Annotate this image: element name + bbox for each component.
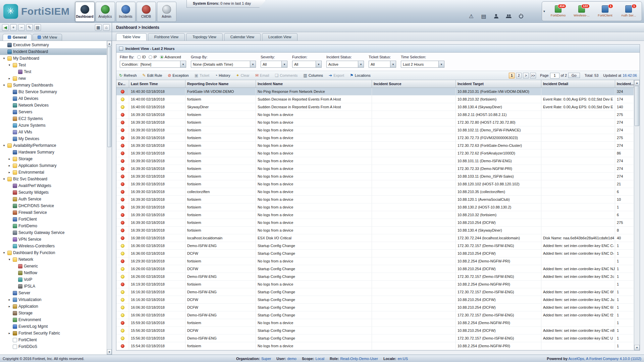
incident-row[interactable]: 16:39:30 02/18/2018fortisiemNo logs from… <box>116 142 634 149</box>
page-button-1[interactable]: 1 <box>509 73 515 78</box>
chevron-down-icon[interactable]: ▾ <box>2 83 6 87</box>
layers-icon[interactable]: ▤ <box>34 24 41 31</box>
incident-row[interactable]: 16:39:30 02/18/2018fortisiemNo logs from… <box>116 196 634 203</box>
incident-row[interactable]: 16:19:30 02/18/2018fortisiemNo logs from… <box>116 281 634 288</box>
sidebar-item-avail-perf-widgets[interactable]: Avail/Perf Widgets <box>0 182 112 189</box>
sidebar-item-forticlient[interactable]: FortiClient <box>0 337 112 343</box>
chevron-down-icon[interactable]: ▾ <box>2 177 6 181</box>
chevron-right-icon[interactable]: ▸ <box>7 305 11 308</box>
scroll-down-icon[interactable]: ▼ <box>107 349 112 355</box>
page-button-next[interactable]: > <box>523 73 529 78</box>
chevron-right-icon[interactable]: ▸ <box>7 157 11 161</box>
incident-row[interactable]: 16:39:30 02/18/2018fortisiemNo logs from… <box>116 203 634 211</box>
table-scrollbar[interactable]: ▲ ▼ <box>634 80 640 350</box>
incident-row[interactable]: 16:06:30 02/18/2018Demo-ISFW-ENGStartup … <box>116 311 634 319</box>
sidebar-item-executive-summary[interactable]: Executive Summary <box>0 42 112 48</box>
incident-row[interactable]: 16:40:00 02/18/2018fortisiemSudden Decre… <box>116 96 634 103</box>
incident-row[interactable]: 16:39:30 02/18/2018fortisiemNo logs from… <box>116 119 634 126</box>
sidebar-item-ec2-systems[interactable]: EC2 Systems <box>0 115 112 122</box>
tab-table-view[interactable]: Table View <box>116 33 147 41</box>
status-widget-wireless[interactable]: 122Wireless-... <box>571 5 592 17</box>
status-widget-forticlient[interactable]: 1FortiClient <box>595 5 615 17</box>
page-button-2[interactable]: 2 <box>516 73 522 78</box>
incident-row[interactable]: 16:39:30 02/18/2018fortisiemNo logs from… <box>116 149 634 157</box>
incident-row[interactable]: 16:39:30 02/18/2018fortisiemNo logs from… <box>116 173 634 180</box>
nav-tab-cmdb[interactable]: CMDB <box>137 2 156 22</box>
history-button[interactable]: ◔History <box>215 73 230 77</box>
scroll-down-icon[interactable]: ▼ <box>634 345 640 350</box>
edit-icon[interactable]: ✎ <box>26 24 33 31</box>
sidebar-item-virtualization[interactable]: ▸Virtualization <box>0 296 112 303</box>
sidebar-scrollbar[interactable]: ▲ ▼ <box>107 41 112 355</box>
remove-icon[interactable]: − <box>18 24 25 31</box>
column-header-incident-target[interactable]: Incident Target <box>456 80 541 87</box>
nav-tab-analytics[interactable]: Analytics <box>96 2 115 22</box>
locations-button[interactable]: ⚑Locations <box>350 73 371 77</box>
scroll-track[interactable] <box>634 85 640 345</box>
scroll-thumb[interactable] <box>107 47 111 147</box>
sidebar-item-azure-systems[interactable]: Azure Systems <box>0 122 112 129</box>
chevron-down-icon[interactable]: ▾ <box>2 57 6 60</box>
powered-by-link[interactable]: AccelOps, A Fortinet Company 4.10.0 (110… <box>569 357 641 361</box>
tab-fishbone-view[interactable]: Fishbone View <box>148 33 185 41</box>
sidebar-item-ipsla[interactable]: IPSLA <box>0 283 112 290</box>
sidebar-item-generic[interactable]: Generic <box>0 263 112 269</box>
incident-row[interactable]: 15:56:30 02/18/2018Demo-ISFW-ENGStartup … <box>116 335 634 342</box>
sidebar-item-security-widgets[interactable]: Security Widgets <box>0 189 112 196</box>
sidebar-item-network[interactable]: ▾Network <box>0 256 112 263</box>
condition-dropdown[interactable]: Condition: [None] ▾ <box>120 61 186 68</box>
incident-row[interactable]: 16:39:30 02/18/2018fortisiemNo logs from… <box>116 157 634 165</box>
sidebar-item-voip[interactable]: VoIP <box>0 276 112 283</box>
sidebar-item-application[interactable]: ▸Application <box>0 303 112 310</box>
scroll-up-icon[interactable]: ▲ <box>107 41 112 46</box>
alert-icon[interactable]: ⚠ <box>468 12 475 20</box>
sidebar-item-test[interactable]: ▾Test <box>0 62 112 68</box>
users-icon[interactable] <box>505 12 512 20</box>
chevron-down-icon[interactable]: ▾ <box>180 61 186 67</box>
sidebar-item-event-log-mgmt[interactable]: Event/Log Mgmt <box>0 323 112 330</box>
chevron-right-icon[interactable]: ▸ <box>7 298 11 301</box>
column-header-ev[interactable]: Ev... <box>116 80 129 87</box>
incident-row[interactable]: 16:16:30 02/18/2018DCFWStartup Config Ch… <box>116 296 634 304</box>
incident-row[interactable]: 16:39:30 02/18/2018fortisiemNo logs from… <box>116 165 634 173</box>
sidebar-item-my-dashboard[interactable]: ▾My Dashboard <box>0 55 112 62</box>
sidebar-item-wireless-controllers[interactable]: Wireless-Controllers <box>0 243 112 249</box>
function-dropdown[interactable]: All▾ <box>292 61 322 68</box>
go-button[interactable]: Go <box>568 73 580 78</box>
incident-row[interactable]: 16:29:30 02/18/2018fortisiemNo logs from… <box>116 257 634 265</box>
sidebar-item-fortinet-security-fabric[interactable]: ▸Fortinet Security Fabric <box>0 330 112 337</box>
sidebar-item-test[interactable]: Test <box>0 68 112 75</box>
incident-status-dropdown[interactable]: Active▾ <box>326 61 364 68</box>
sidebar-item-storage[interactable]: ▸Storage <box>0 156 112 162</box>
sidebar-item-availability-performance[interactable]: ▾Availability/Performance <box>0 142 112 149</box>
edit-rule-button[interactable]: ✎Edit Rule <box>143 73 162 77</box>
incident-row[interactable]: 16:36:00 02/18/2018DCFWStartup Config Ch… <box>116 250 634 257</box>
back-icon[interactable]: ◀ <box>2 24 9 31</box>
chevron-right-icon[interactable]: ▸ <box>7 171 11 174</box>
columns-button[interactable]: ▥Columns <box>303 73 323 77</box>
severity-dropdown[interactable]: All▾ <box>261 61 287 68</box>
sidebar-item-fortiddos[interactable]: FortiDDoS <box>0 343 112 350</box>
nav-tab-admin[interactable]: Admin <box>157 2 176 22</box>
sidebar-item-fortidemo[interactable]: FortiDemo <box>0 223 112 229</box>
sidebar-item-all-vms[interactable]: All VMs <box>0 129 112 135</box>
exception-button[interactable]: ⊘Exception <box>168 73 189 77</box>
incident-row[interactable]: 15:56:30 02/18/2018DCFWStartup Config Ch… <box>116 327 634 335</box>
page-button-last[interactable]: >> <box>530 73 536 78</box>
column-header-last-seen-time[interactable]: Last Seen Time <box>129 80 185 87</box>
radio-advanced[interactable]: Advanced <box>160 55 181 59</box>
sidebar-item-server[interactable]: Server <box>0 290 112 296</box>
nav-tab-dashboard[interactable]: Dashboard <box>75 2 95 22</box>
radio-ip[interactable]: IP <box>149 55 157 59</box>
group-by-dropdown[interactable]: None (Details with Time)▾ <box>191 61 256 68</box>
sidebar-item-vpn-service[interactable]: VPN Service <box>0 236 112 243</box>
sidebar-item-servers[interactable]: Servers <box>0 109 112 115</box>
incident-row[interactable]: 16:39:30 02/18/2018fortisiemNo logs from… <box>116 111 634 119</box>
incident-row[interactable]: 16:39:30 02/18/2018fortisiemNo logs from… <box>116 227 634 234</box>
incident-row[interactable]: 16:06:30 02/18/2018DCFWStartup Config Ch… <box>116 304 634 311</box>
incident-row[interactable]: 16:39:30 02/18/2018collectorziftenNo log… <box>116 188 634 196</box>
chart-icon[interactable]: ▦ <box>95 24 102 31</box>
chevron-down-icon[interactable]: ▾ <box>316 61 321 67</box>
incident-row[interactable]: 15:59:30 02/18/2018fortisiemNo logs from… <box>116 319 634 327</box>
page-input[interactable] <box>550 73 559 78</box>
